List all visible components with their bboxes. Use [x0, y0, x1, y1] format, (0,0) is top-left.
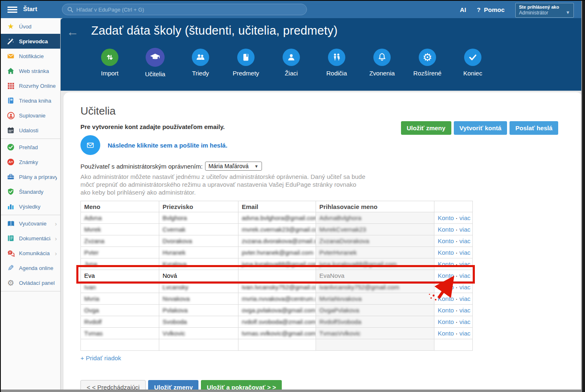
- cell[interactable]: EvaNova: [316, 270, 434, 282]
- cell[interactable]: jvna.kvralova88@gmail.com: [316, 258, 434, 270]
- start-menu-label[interactable]: Štart: [23, 5, 37, 12]
- cell[interactable]: Hvranek: [159, 247, 238, 258]
- sidebar-item-znamky[interactable]: A+Známky: [1, 155, 60, 169]
- ai-button[interactable]: AI: [460, 6, 466, 13]
- sidebar-item-plany-a-pripravy[interactable]: Plány a prípravy: [1, 169, 60, 184]
- konto-link[interactable]: Konto: [438, 237, 454, 244]
- cell[interactable]: Pvlakova: [159, 305, 238, 316]
- konto-link[interactable]: Konto: [438, 261, 454, 268]
- sidebar-item-notifikacie[interactable]: Notifikácie: [1, 49, 60, 63]
- cell[interactable]: Dvorakova: [159, 235, 238, 247]
- konto-link[interactable]: Konto: [438, 272, 454, 279]
- sidebar-item-udalosti[interactable]: Udalosti: [1, 123, 60, 138]
- cell[interactable]: Nová: [159, 270, 238, 282]
- sidebar-item-sprievodca[interactable]: Sprievodca: [1, 34, 60, 49]
- cell[interactable]: Advna: [81, 212, 159, 224]
- cell[interactable]: pvter.hvranek@gmail.com: [238, 247, 316, 258]
- sidebar-item-dokumentacia[interactable]: Dokumentácia›: [1, 231, 60, 246]
- sidebar-item-suplovanie[interactable]: Suplovanie: [1, 108, 60, 123]
- cell[interactable]: Nvvakova: [159, 293, 238, 305]
- konto-link[interactable]: Konto: [438, 330, 454, 337]
- konto-link[interactable]: Konto: [438, 226, 454, 233]
- cell[interactable]: RvdolfSvoboda: [316, 316, 434, 328]
- wizard-step-triedy[interactable]: Triedy: [178, 47, 223, 77]
- cell[interactable]: Rvdolf: [81, 316, 159, 328]
- cell[interactable]: zvzana.dvorakova@zmail.sk: [238, 235, 316, 247]
- cell[interactable]: AdvnaBvlghora: [316, 212, 434, 224]
- admin-user-select[interactable]: Mária Maľárová ▼: [205, 162, 262, 171]
- sidebar-item-agenda-online[interactable]: ✎Agenda online: [1, 261, 60, 275]
- cell[interactable]: rvdolf.svoboda@zmail.com: [238, 316, 316, 328]
- viac-link[interactable]: viac: [460, 226, 471, 233]
- cell[interactable]: OvgaPvlakova: [316, 305, 434, 316]
- sidebar-item-prehlad[interactable]: Prehľad: [1, 140, 60, 155]
- send-passwords-button[interactable]: Poslať heslá: [510, 121, 558, 135]
- send-passwords-link[interactable]: Následne kliknite sem a pošlite im heslá…: [108, 142, 227, 149]
- viac-link[interactable]: viac: [460, 214, 471, 221]
- viac-link[interactable]: viac: [460, 330, 471, 337]
- cell[interactable]: mvrek.cvernak23@gmail.com: [238, 224, 316, 235]
- sidebar-item-vyucovanie[interactable]: Vyučovanie›: [1, 216, 60, 231]
- viac-link[interactable]: viac: [460, 272, 471, 279]
- hamburger-menu-icon[interactable]: [7, 5, 17, 14]
- sidebar-item-ovladaci-panel[interactable]: ⚙Ovládací panel: [1, 275, 60, 290]
- cell[interactable]: jvna.kvralova88@gmail.com: [238, 258, 316, 270]
- cell[interactable]: Ivan: [81, 282, 159, 293]
- cell[interactable]: Cvernak: [159, 224, 238, 235]
- wizard-step-rozsirene[interactable]: ⚙Rozšírené: [405, 47, 450, 77]
- wizard-step-import[interactable]: Import: [87, 47, 132, 77]
- cell[interactable]: advna.bvlghora@gmail.com: [238, 212, 316, 224]
- sidebar-item-rozvrhy-online[interactable]: Rozvrhy Online: [1, 78, 60, 93]
- cell[interactable]: ovga.pvlakova@gmail.com: [238, 305, 316, 316]
- back-arrow-icon[interactable]: ←: [66, 25, 79, 39]
- cell[interactable]: ZvzanaDvorakova: [316, 235, 434, 247]
- konto-link[interactable]: Konto: [438, 307, 454, 314]
- cell[interactable]: PvterHvranek: [316, 247, 434, 258]
- konto-link[interactable]: Konto: [438, 249, 454, 256]
- viac-link[interactable]: viac: [460, 284, 471, 291]
- sidebar-item-komunikacia[interactable]: Komunikácia›: [1, 246, 60, 261]
- create-accounts-button[interactable]: Vytvoriť kontá: [454, 121, 507, 135]
- konto-link[interactable]: Konto: [438, 284, 454, 291]
- cell[interactable]: mvria.nvvakova@centrum.sk: [238, 293, 316, 305]
- wizard-step-rodicia[interactable]: Rodičia: [314, 47, 359, 77]
- cell[interactable]: [159, 339, 238, 351]
- cell[interactable]: Vvlkovic: [159, 328, 238, 339]
- cell[interactable]: Ovga: [81, 305, 159, 316]
- cell[interactable]: Tvmas: [81, 328, 159, 339]
- konto-link[interactable]: Konto: [438, 295, 454, 302]
- cell[interactable]: Mvria: [81, 293, 159, 305]
- viac-link[interactable]: viac: [460, 237, 471, 244]
- send-passwords-mail-button[interactable]: [80, 135, 100, 155]
- cell[interactable]: ivan.lvcansky752@gmail.com: [238, 282, 316, 293]
- viac-link[interactable]: viac: [460, 307, 471, 314]
- sidebar-item-standardy[interactable]: Štandardy: [1, 184, 60, 199]
- cell[interactable]: Svoboda: [159, 316, 238, 328]
- sidebar-item-web-stranka[interactable]: Web stránka: [1, 63, 60, 78]
- cell[interactable]: Eva: [81, 270, 159, 282]
- sidebar-item-uvod[interactable]: ★Úvod: [1, 19, 60, 34]
- wizard-step-ziaci[interactable]: Žiaci: [269, 47, 314, 77]
- sidebar-item-triedna-kniha[interactable]: Triedna kniha: [1, 93, 60, 108]
- cell[interactable]: Mvrek: [81, 224, 159, 235]
- cell[interactable]: Lvcansky: [159, 282, 238, 293]
- cell[interactable]: Pvter: [81, 247, 159, 258]
- viac-link[interactable]: viac: [460, 261, 471, 268]
- add-row-link[interactable]: + Pridať riadok: [80, 354, 121, 361]
- cell[interactable]: ivanlvcansky752@gmail.com: [316, 282, 434, 293]
- viac-link[interactable]: viac: [460, 295, 471, 302]
- wizard-step-ucitelia[interactable]: Učitelia: [132, 47, 178, 77]
- cell[interactable]: MvrekCvernak23: [316, 224, 434, 235]
- cell[interactable]: Bvlghora: [159, 212, 238, 224]
- cell[interactable]: [238, 270, 316, 282]
- wizard-step-koniec[interactable]: Koniec: [450, 47, 495, 77]
- cell[interactable]: TvmasVvlkovic: [316, 328, 434, 339]
- save-changes-button[interactable]: Uložiť zmeny: [401, 121, 451, 135]
- cell[interactable]: Jvna: [81, 258, 159, 270]
- help-button[interactable]: ? Pomoc: [477, 6, 505, 13]
- cell[interactable]: Kvralova: [159, 258, 238, 270]
- konto-link[interactable]: Konto: [438, 214, 454, 221]
- viac-link[interactable]: viac: [460, 249, 471, 256]
- wizard-step-zvonenia[interactable]: Zvonenia: [359, 47, 405, 77]
- window-scrollbar[interactable]: [581, 1, 585, 392]
